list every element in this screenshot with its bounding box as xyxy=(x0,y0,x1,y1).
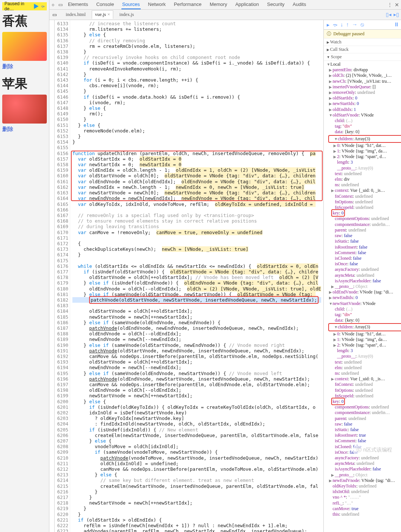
resume-button[interactable]: ▸ xyxy=(327,22,330,28)
delete-link-1[interactable]: 删除 xyxy=(2,63,47,70)
sources-toolbar: ▭ index.htmlvue.js×index.js ▯◂ ▸▯ xyxy=(49,10,401,20)
debugger-status-overlay[interactable]: Paused in de… ⤼ xyxy=(2,2,47,10)
debugger-controls: ▸ ⤼ ↓ ↑ → ⦸ ⏸ xyxy=(324,20,401,30)
step-out-button[interactable]: ↑ xyxy=(346,22,349,28)
tab-network[interactable]: Network xyxy=(147,0,167,9)
line-gutter: 6133 6134 6135 6136 6137 6138 6139 6140 … xyxy=(55,20,70,532)
file-tab[interactable]: index.js xyxy=(116,11,137,19)
image-apple xyxy=(2,95,47,124)
file-tabs: index.htmlvue.js×index.js xyxy=(60,10,386,19)
paused-message: ⓘ Debugger paused xyxy=(324,30,401,39)
scope-body[interactable]: ▼Local ▶parentElm: div#app ▶oldCh: (2) [… xyxy=(324,61,401,532)
tab-security[interactable]: Security xyxy=(266,0,285,9)
panel-tabs: ElementsConsoleSourcesNetworkPerformance… xyxy=(64,0,307,9)
tab-application[interactable]: Application xyxy=(235,0,260,9)
heading-banana: 香蕉 xyxy=(2,13,47,30)
rendered-page: Paused in de… ⤼ 香蕉 删除 苹果 删除 xyxy=(0,0,49,532)
section-callstack[interactable]: Call Stack xyxy=(324,46,401,53)
navigator-collapsed[interactable] xyxy=(49,20,55,532)
tab-performance[interactable]: Performance xyxy=(173,0,202,9)
delete-link-2[interactable]: 删除 xyxy=(2,126,47,133)
debugger-sidebar: ▸ ⤼ ↓ ↑ → ⦸ ⏸ ⓘ Debugger paused Watch Ca… xyxy=(323,20,401,532)
section-watch[interactable]: Watch xyxy=(324,39,401,46)
close-icon[interactable]: ✕ xyxy=(395,2,399,8)
info-icon: ⓘ xyxy=(327,31,331,37)
code-body[interactable]: // increase the listeners count rm.liste… xyxy=(70,20,323,532)
heading-apple: 苹果 xyxy=(2,75,47,92)
resume-icon[interactable] xyxy=(34,4,39,9)
tab-audits[interactable]: Audits xyxy=(292,0,307,9)
next-call-icon[interactable]: ▸▯ xyxy=(394,12,399,18)
image-banana xyxy=(2,32,47,61)
prev-call-icon[interactable]: ▯◂ xyxy=(386,12,391,18)
step-icon[interactable]: ⤼ xyxy=(41,4,45,9)
pause-exc-button[interactable]: ⏸ xyxy=(394,22,399,28)
devtools-panel: ⟐ ▭ ElementsConsoleSourcesNetworkPerform… xyxy=(49,0,401,532)
kebab-icon[interactable]: ⋮ xyxy=(387,2,392,8)
file-tab[interactable]: vue.js× xyxy=(92,10,114,19)
tab-console[interactable]: Console xyxy=(95,0,115,9)
tab-elements[interactable]: Elements xyxy=(67,0,89,9)
file-tab[interactable]: index.html xyxy=(63,11,89,19)
navigator-toggle-icon[interactable]: ▭ xyxy=(49,12,60,18)
deactivate-bp-button[interactable]: ⦸ xyxy=(361,22,364,28)
paused-text: Paused in de… xyxy=(4,1,32,12)
step-button[interactable]: → xyxy=(352,22,358,28)
device-icon[interactable]: ▭ xyxy=(57,2,64,7)
code-editor[interactable]: 6133 6134 6135 6136 6137 6138 6139 6140 … xyxy=(55,20,323,532)
step-over-button[interactable]: ⤼ xyxy=(333,22,338,28)
section-scope[interactable]: Scope xyxy=(324,53,401,61)
devtools-topbar: ⟐ ▭ ElementsConsoleSourcesNetworkPerform… xyxy=(49,0,401,10)
tab-memory[interactable]: Memory xyxy=(209,0,228,9)
step-into-button[interactable]: ↓ xyxy=(340,22,343,28)
tab-sources[interactable]: Sources xyxy=(121,0,141,9)
inspect-icon[interactable]: ⟐ xyxy=(49,2,57,7)
